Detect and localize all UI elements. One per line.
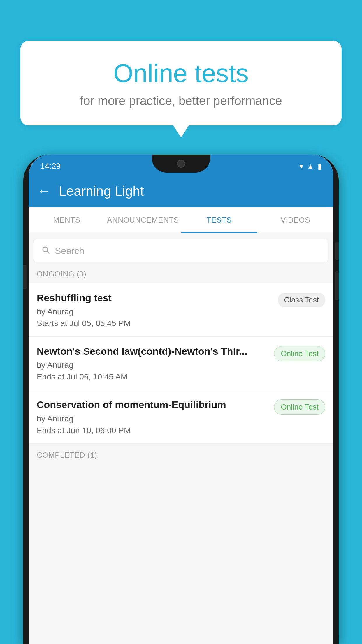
speech-bubble-section: Online tests for more practice, better p… <box>20 41 342 125</box>
tab-announcements[interactable]: ANNOUNCEMENTS <box>105 207 181 233</box>
volume-button[interactable] <box>23 265 27 289</box>
svg-point-0 <box>43 247 48 252</box>
test-item-newton[interactable]: Newton's Second law(contd)-Newton's Thir… <box>29 337 333 390</box>
tab-tests[interactable]: TESTS <box>181 207 257 233</box>
battery-icon: ▮ <box>318 162 322 171</box>
test-name: Reshuffling test <box>37 291 272 304</box>
bubble-title: Online tests <box>44 58 318 88</box>
search-icon <box>41 245 50 257</box>
signal-icon: ▲ <box>307 162 314 171</box>
test-time: Starts at Jul 05, 05:45 PM <box>37 319 272 328</box>
front-camera <box>177 160 185 168</box>
phone-mockup: 14:29 ▾ ▲ ▮ ← Learning Light MENTS ANNOU… <box>23 155 339 644</box>
search-bar[interactable]: Search <box>34 239 328 262</box>
test-name: Conservation of momentum-Equilibrium <box>37 398 268 411</box>
tests-list: Reshuffling test by Anurag Starts at Jul… <box>29 283 333 444</box>
test-author: by Anurag <box>37 360 268 370</box>
svg-line-1 <box>47 251 49 253</box>
phone-screen: 14:29 ▾ ▲ ▮ ← Learning Light MENTS ANNOU… <box>29 155 333 644</box>
test-author: by Anurag <box>37 414 268 424</box>
tab-ments[interactable]: MENTS <box>29 207 105 233</box>
status-icons: ▾ ▲ ▮ <box>299 162 322 171</box>
test-info: Conservation of momentum-Equilibrium by … <box>37 398 268 435</box>
wifi-icon: ▾ <box>299 162 303 171</box>
test-item-reshuffling[interactable]: Reshuffling test by Anurag Starts at Jul… <box>29 283 333 337</box>
bubble-subtitle: for more practice, better performance <box>44 94 318 108</box>
ongoing-section-header: ONGOING (3) <box>29 262 333 283</box>
phone-notch <box>152 155 210 173</box>
speech-bubble: Online tests for more practice, better p… <box>20 41 342 125</box>
tab-bar: MENTS ANNOUNCEMENTS TESTS VIDEOS <box>29 207 333 233</box>
test-info: Newton's Second law(contd)-Newton's Thir… <box>37 345 268 382</box>
status-time: 14:29 <box>40 162 61 171</box>
phone-outer: 14:29 ▾ ▲ ▮ ← Learning Light MENTS ANNOU… <box>23 155 339 644</box>
search-placeholder: Search <box>55 246 84 256</box>
back-button[interactable]: ← <box>37 184 50 198</box>
test-badge-online: Online Test <box>274 399 325 415</box>
test-badge-online: Online Test <box>274 346 325 361</box>
test-name: Newton's Second law(contd)-Newton's Thir… <box>37 345 268 358</box>
test-author: by Anurag <box>37 307 272 316</box>
test-time: Ends at Jul 06, 10:45 AM <box>37 372 268 382</box>
test-item-conservation[interactable]: Conservation of momentum-Equilibrium by … <box>29 390 333 443</box>
app-title: Learning Light <box>59 183 144 199</box>
volume-down-button[interactable] <box>335 271 339 300</box>
app-bar: ← Learning Light <box>29 175 333 207</box>
test-time: Ends at Jun 10, 06:00 PM <box>37 426 268 435</box>
tab-videos[interactable]: VIDEOS <box>257 207 334 233</box>
test-badge-class: Class Test <box>278 293 325 307</box>
test-info: Reshuffling test by Anurag Starts at Jul… <box>37 291 272 328</box>
completed-section-header: COMPLETED (1) <box>29 444 333 464</box>
power-button[interactable] <box>335 242 339 260</box>
